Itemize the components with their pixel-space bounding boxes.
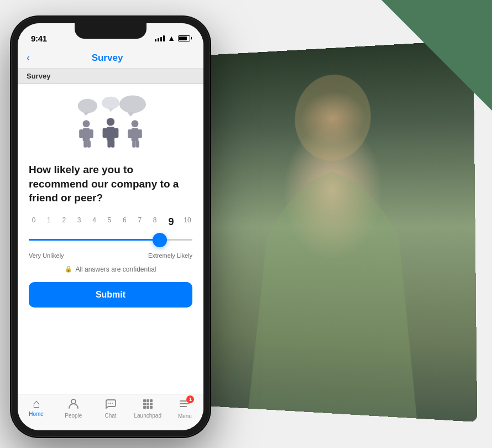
scale-num-2: 2 [59, 216, 69, 228]
battery-icon [178, 35, 190, 41]
svg-rect-22 [132, 140, 135, 148]
svg-point-2 [119, 95, 146, 113]
scale-num-1: 1 [44, 216, 54, 228]
back-button[interactable]: ‹ [27, 52, 30, 64]
svg-point-6 [83, 120, 90, 127]
svg-point-4 [102, 97, 119, 109]
tab-home-label: Home [29, 411, 44, 417]
section-header: Survey [18, 69, 203, 84]
phone-frame: 9:41 ▲ ‹ Survey [11, 17, 210, 437]
scale-num-4: 4 [90, 216, 100, 228]
tab-bar: ⌂ Home People [18, 394, 203, 430]
people-icon [67, 398, 80, 411]
survey-content: How likely are you to recommend our comp… [18, 84, 203, 394]
svg-rect-34 [150, 403, 153, 405]
wifi-icon: ▲ [168, 34, 175, 43]
scale-num-10: 10 [182, 216, 192, 228]
slider-section[interactable]: 0 1 2 3 4 5 6 7 8 9 10 [18, 210, 203, 261]
svg-rect-30 [146, 399, 149, 402]
navigation-bar: ‹ Survey [18, 48, 203, 69]
svg-rect-23 [136, 140, 139, 148]
confidential-text: All answers are confidential [75, 265, 156, 273]
scale-num-3: 3 [74, 216, 84, 228]
tab-launchpad-label: Launchpad [134, 413, 161, 419]
svg-rect-15 [114, 128, 119, 138]
svg-rect-14 [103, 128, 108, 138]
scale-num-9-highlighted: 9 [165, 216, 177, 228]
svg-point-41 [295, 73, 371, 162]
slider-label-right: Extremely Likely [148, 252, 192, 259]
status-time: 9:41 [31, 34, 47, 43]
svg-rect-13 [107, 127, 114, 141]
svg-rect-36 [146, 406, 149, 409]
tab-people-label: People [65, 413, 82, 419]
launchpad-icon [142, 398, 154, 411]
home-icon: ⌂ [33, 398, 40, 410]
svg-rect-7 [83, 128, 90, 142]
scale-num-0: 0 [29, 216, 39, 228]
svg-rect-37 [150, 406, 153, 409]
svg-point-26 [108, 403, 109, 404]
slider-labels: Very Unlikely Extremely Likely [29, 252, 192, 259]
lock-icon: 🔒 [65, 265, 72, 273]
survey-illustration [66, 95, 155, 150]
question-area: How likely are you to recommend our comp… [18, 156, 203, 210]
svg-rect-29 [143, 399, 146, 402]
svg-rect-32 [143, 403, 146, 405]
menu-badge-container: 1 [179, 398, 191, 412]
phone-mockup: 9:41 ▲ ‹ Survey [11, 17, 210, 437]
tab-chat-label: Chat [104, 413, 116, 419]
svg-rect-8 [79, 129, 83, 138]
scale-num-6: 6 [119, 216, 129, 228]
chat-icon [104, 398, 117, 411]
slider-label-left: Very Unlikely [29, 252, 64, 259]
scale-num-7: 7 [135, 216, 145, 228]
illustration-area [18, 84, 203, 156]
tab-home[interactable]: ⌂ Home [18, 398, 55, 419]
tab-people[interactable]: People [55, 398, 92, 419]
svg-point-0 [78, 99, 97, 113]
tab-chat[interactable]: Chat [92, 398, 129, 419]
svg-rect-20 [128, 129, 132, 138]
svg-marker-5 [108, 108, 114, 112]
svg-rect-10 [83, 140, 87, 148]
slider-thumb[interactable] [153, 233, 167, 247]
signal-icon [155, 35, 165, 41]
submit-button[interactable]: Submit [29, 282, 192, 308]
phone-screen: 9:41 ▲ ‹ Survey [18, 23, 203, 430]
svg-rect-11 [87, 140, 91, 148]
scale-num-8: 8 [150, 216, 160, 228]
svg-rect-33 [146, 403, 149, 405]
slider-track[interactable] [29, 230, 192, 250]
svg-marker-3 [127, 112, 135, 117]
scale-num-5: 5 [104, 216, 114, 228]
status-icons: ▲ [155, 34, 190, 43]
submit-area: Submit [18, 278, 203, 316]
svg-point-27 [110, 403, 111, 404]
nav-title: Survey [34, 53, 180, 64]
svg-rect-16 [107, 140, 111, 148]
svg-marker-1 [83, 112, 89, 116]
track-fill [29, 239, 163, 241]
menu-badge: 1 [186, 395, 194, 403]
svg-point-12 [107, 118, 114, 126]
confidential-note: 🔒 All answers are confidential [18, 261, 203, 278]
tab-menu[interactable]: 1 Menu [166, 398, 203, 419]
phone-notch [75, 23, 146, 39]
svg-point-28 [112, 403, 113, 404]
tab-menu-label: Menu [178, 413, 192, 419]
svg-rect-17 [111, 140, 114, 148]
svg-rect-21 [138, 129, 142, 138]
scale-numbers: 0 1 2 3 4 5 6 7 8 9 10 [29, 216, 192, 228]
svg-rect-31 [150, 399, 153, 402]
question-text: How likely are you to recommend our comp… [29, 163, 192, 205]
svg-rect-35 [143, 406, 146, 409]
svg-point-18 [132, 120, 139, 127]
svg-rect-19 [132, 128, 139, 142]
tab-launchpad[interactable]: Launchpad [129, 398, 166, 419]
person-photo [186, 40, 477, 422]
background-card [186, 40, 477, 422]
svg-rect-9 [89, 129, 93, 138]
svg-point-25 [71, 399, 76, 404]
